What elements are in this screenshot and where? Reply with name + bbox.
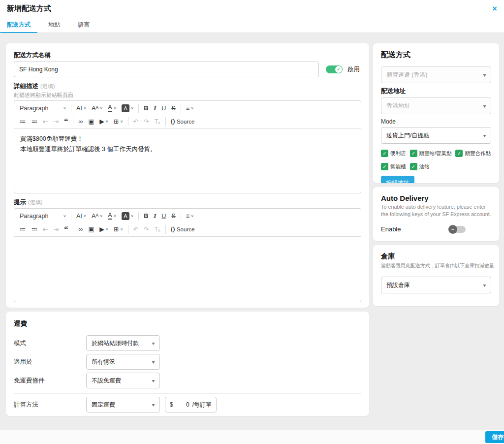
mode-label: Mode <box>381 118 495 125</box>
italic-button[interactable]: I <box>151 210 158 222</box>
font-family-button[interactable]: Aᴬ˅ <box>89 210 105 222</box>
mode-select[interactable]: 送貨上門/自提點 ▾ <box>381 127 491 144</box>
fee-select[interactable]: 不設免運費▾ <box>86 373 160 388</box>
fee-select[interactable]: 所有情況▾ <box>86 354 160 370</box>
insert-media-button[interactable]: ▶˅ <box>97 116 111 127</box>
numbered-list-button[interactable]: ≕ <box>29 116 40 127</box>
outdent-button: ⇤ <box>40 223 50 235</box>
bold-button[interactable]: B <box>141 102 151 114</box>
pickup-option-checkbox[interactable]: ✓智能櫃 <box>381 163 406 170</box>
close-icon[interactable]: × <box>492 4 497 13</box>
font-size-button[interactable]: AI˅ <box>74 210 89 222</box>
pickup-option-row: ✓智能櫃✓油站 <box>381 163 495 170</box>
underline-button[interactable]: U <box>159 102 168 114</box>
insert-media-button[interactable]: ▶˅ <box>97 223 111 235</box>
remove-format-icon: Tₓ <box>155 118 160 125</box>
warehouse-select[interactable]: 預設倉庫 ▾ <box>381 277 491 293</box>
checkbox-checked-icon: ✓ <box>381 163 388 170</box>
chevron-down-icon: ˅ <box>84 214 86 219</box>
paragraph-style-icon: Paragraph <box>20 213 48 220</box>
description-editor-content[interactable]: 買滿$800免順豐運費！ 本地順豐運單將於訂單確認後 3 個工作天內發貨。 <box>14 129 361 193</box>
chevron-down-icon: ˅ <box>114 214 116 219</box>
italic-button[interactable]: I <box>151 102 158 114</box>
font-color-button[interactable]: A˅ <box>105 102 119 114</box>
underline-icon: U <box>161 105 166 112</box>
tab-item[interactable]: 配送方式 <box>7 21 31 29</box>
warehouse-heading: 倉庫 <box>381 252 491 261</box>
tab-item[interactable]: 語言 <box>78 21 90 29</box>
strikethrough-button[interactable]: S <box>169 210 178 222</box>
description-label: 詳細描述(選填) <box>14 82 361 91</box>
source-button[interactable]: ⟨⟩Source <box>168 223 197 235</box>
fee-amount-field[interactable]: $0/每訂單 <box>165 397 217 412</box>
insert-image-button[interactable]: ▣ <box>86 223 96 235</box>
fee-row-label: 模式 <box>14 339 86 348</box>
insert-table-button[interactable]: ⊞˅ <box>111 223 126 235</box>
underline-button[interactable]: U <box>159 210 168 222</box>
indent-button: ⇥ <box>51 116 61 127</box>
toolbar-divider <box>181 104 181 113</box>
hint-editor-content[interactable] <box>14 237 361 302</box>
fee-row-label: 免運費條件 <box>14 377 86 385</box>
chevron-down-icon: ▾ <box>483 133 486 138</box>
source-icon: ⟨⟩ <box>171 226 175 233</box>
delivery-panel-heading: 配送方式 <box>381 50 495 60</box>
toolbar-divider <box>138 212 139 221</box>
fee-select[interactable]: 於網站結賬時付款▾ <box>86 335 160 351</box>
fee-select-value: 固定運費 <box>92 401 115 409</box>
edit-address-button[interactable]: 編輯地址 <box>381 176 414 183</box>
font-background-color-button[interactable]: A˅ <box>119 210 136 222</box>
alignment-button[interactable]: ≡˅ <box>184 102 196 114</box>
bulleted-list-icon: ≔ <box>20 118 26 125</box>
delivery-settings-card: 配送方式 順豐速遞 (香港) ▾ 配送地址 香港地址 ▾ Mode 送貨上門/自… <box>373 43 499 183</box>
fee-row-label: 適用於 <box>14 358 86 366</box>
fee-select[interactable]: 固定運費▾ <box>86 397 160 412</box>
insert-image-icon: ▣ <box>88 225 94 233</box>
hint-label: 提示(選填) <box>14 198 361 207</box>
fee-row: 適用於所有情況▾ <box>14 354 361 370</box>
link-button[interactable]: ∞ <box>76 116 85 127</box>
pickup-option-checkbox[interactable]: ✓順豐站/營業點 <box>410 150 452 157</box>
enable-toggle[interactable]: ✓ <box>326 65 343 73</box>
mode-select-value: 送貨上門/自提點 <box>386 131 429 140</box>
remove-format-button: Tₓ <box>152 116 163 127</box>
page-title: 新增配送方式 <box>7 4 51 13</box>
paragraph-style-button[interactable]: Paragraph˅ <box>17 210 68 222</box>
link-button[interactable]: ∞ <box>76 223 85 235</box>
font-background-color-button[interactable]: A˅ <box>119 102 136 114</box>
checkbox-checked-icon: ✓ <box>455 150 463 157</box>
insert-table-button[interactable]: ⊞˅ <box>111 116 126 127</box>
font-size-button[interactable]: AI˅ <box>74 102 89 114</box>
toolbar-divider <box>165 225 166 234</box>
editor-text-line: 買滿$800免順豐運費！ <box>20 134 355 144</box>
block-quote-button[interactable]: “ <box>62 223 71 235</box>
bold-button[interactable]: B <box>141 210 151 222</box>
pickup-option-checkbox[interactable]: ✓油站 <box>410 163 430 170</box>
insert-image-button[interactable]: ▣ <box>86 116 96 127</box>
chevron-down-icon: ˅ <box>106 227 108 232</box>
pickup-option-label: 順豐合作點 <box>465 150 491 157</box>
bulleted-list-button[interactable]: ≔ <box>17 116 29 127</box>
chevron-down-icon: ˅ <box>63 214 66 219</box>
bulleted-list-button[interactable]: ≔ <box>17 223 29 235</box>
chevron-down-icon: ˅ <box>191 106 193 111</box>
block-quote-button[interactable]: “ <box>62 116 71 127</box>
numbered-list-button[interactable]: ≕ <box>29 223 40 235</box>
save-button[interactable]: 儲存 <box>485 431 504 443</box>
paragraph-style-button[interactable]: Paragraph˅ <box>17 102 68 114</box>
source-button[interactable]: ⟨⟩Source <box>168 116 197 127</box>
minus-icon: − <box>448 225 457 234</box>
auto-delivery-toggle[interactable]: − <box>449 226 466 233</box>
pickup-option-label: 智能櫃 <box>390 163 406 170</box>
alignment-button[interactable]: ≡˅ <box>184 210 196 222</box>
delivery-name-input[interactable] <box>14 62 319 77</box>
pickup-option-checkbox[interactable]: ✓便利店 <box>381 150 406 157</box>
font-family-button[interactable]: Aᴬ˅ <box>89 102 105 114</box>
enable-row: Enable − <box>381 225 491 233</box>
undo-icon: ↶ <box>133 225 138 233</box>
strikethrough-button[interactable]: S <box>169 102 178 114</box>
pickup-option-checkbox[interactable]: ✓順豐合作點 <box>455 150 491 157</box>
tab-item[interactable]: 地點 <box>48 21 60 29</box>
font-color-button[interactable]: A˅ <box>105 210 119 222</box>
checkbox-checked-icon: ✓ <box>410 150 417 157</box>
